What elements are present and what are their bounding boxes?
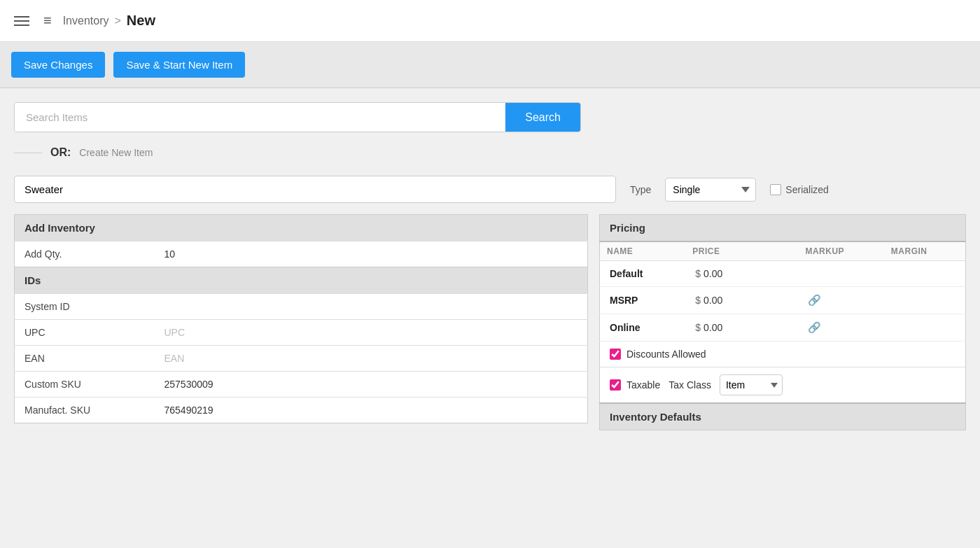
custom-sku-label: Custom SKU xyxy=(15,372,155,398)
create-new-label: Create New Item xyxy=(79,147,153,158)
upc-label: UPC xyxy=(15,320,155,346)
discounts-allowed-label: Discounts Allowed xyxy=(610,349,955,360)
discounts-allowed-checkbox[interactable] xyxy=(610,349,621,360)
col-markup: MARKUP xyxy=(798,241,883,261)
taxable-row: Taxable Tax Class Item None Custom xyxy=(600,367,966,404)
pricing-header: Pricing xyxy=(600,215,966,242)
ean-row: EAN EAN xyxy=(15,346,588,372)
msrp-link-icon[interactable]: 🔗 xyxy=(808,294,821,306)
toolbar: Save Changes Save & Start New Item xyxy=(0,42,980,88)
right-column: Pricing NAME PRICE MARKUP MARGIN Default… xyxy=(599,214,966,430)
custom-sku-value: 257530009 xyxy=(155,372,588,398)
custom-sku-row: Custom SKU 257530009 xyxy=(15,372,588,398)
ean-label: EAN xyxy=(15,346,155,372)
breadcrumb: Inventory > New xyxy=(63,13,155,29)
taxable-checkbox[interactable] xyxy=(610,379,621,391)
type-select[interactable]: Single Bundle Service xyxy=(665,178,756,202)
save-changes-button[interactable]: Save Changes xyxy=(11,52,105,78)
add-inventory-table: Add Inventory Add Qty. 10 xyxy=(14,214,588,267)
hamburger-menu[interactable] xyxy=(11,13,32,29)
main-content: Search OR: Create New Item Type Single B… xyxy=(0,88,980,444)
discounts-allowed-row: Discounts Allowed xyxy=(600,342,966,367)
serialized-checkbox[interactable] xyxy=(770,184,781,195)
search-bar: Search xyxy=(14,102,581,132)
save-new-item-button[interactable]: Save & Start New Item xyxy=(113,52,245,78)
item-name-input[interactable] xyxy=(14,176,616,203)
price-name-msrp: MSRP xyxy=(610,295,638,306)
pricing-col-labels: NAME PRICE MARKUP MARGIN xyxy=(600,241,966,261)
serialized-label: Serialized xyxy=(770,184,828,195)
system-id-label: System ID xyxy=(15,294,155,320)
pricing-row-online: Online $ 0.00 🔗 xyxy=(600,314,966,342)
pricing-row-msrp: MSRP $ 0.00 🔗 xyxy=(600,287,966,314)
breadcrumb-separator: > xyxy=(114,15,120,27)
add-qty-label: Add Qty. xyxy=(15,241,155,267)
system-id-value xyxy=(155,294,588,320)
tax-class-select[interactable]: Item None Custom xyxy=(720,374,783,395)
manufact-sku-label: Manufact. SKU xyxy=(15,398,155,423)
or-prefix: OR: xyxy=(50,146,71,159)
breadcrumb-current: New xyxy=(127,13,155,29)
search-button[interactable]: Search xyxy=(505,103,580,132)
breadcrumb-inventory: Inventory xyxy=(63,15,109,27)
inventory-defaults-header: Inventory Defaults xyxy=(600,403,966,430)
col-name: NAME xyxy=(600,241,686,261)
system-id-row: System ID xyxy=(15,294,588,320)
app-header: ≡ Inventory > New xyxy=(0,0,980,42)
upc-row: UPC UPC xyxy=(15,320,588,346)
add-inventory-header: Add Inventory xyxy=(15,215,588,241)
search-input[interactable] xyxy=(15,103,505,132)
upc-value: UPC xyxy=(155,320,588,346)
pricing-row-default: Default $ 0.00 xyxy=(600,261,966,287)
inventory-icon: ≡ xyxy=(43,13,52,29)
add-qty-value: 10 xyxy=(155,241,588,267)
ean-value: EAN xyxy=(155,346,588,372)
price-name-online: Online xyxy=(610,322,640,333)
online-link-icon[interactable]: 🔗 xyxy=(808,321,821,333)
or-divider: OR: Create New Item xyxy=(14,146,966,159)
price-name-default: Default xyxy=(610,268,643,279)
two-col-layout: Add Inventory Add Qty. 10 IDs System ID … xyxy=(14,214,966,430)
pricing-table: Pricing NAME PRICE MARKUP MARGIN Default… xyxy=(599,214,966,430)
add-qty-row: Add Qty. 10 xyxy=(15,241,588,267)
type-label: Type xyxy=(630,184,651,195)
tax-class-label: Tax Class xyxy=(668,379,711,391)
col-margin: MARGIN xyxy=(884,241,966,261)
ids-header: IDs xyxy=(15,267,588,294)
ids-table: IDs System ID UPC UPC EAN EAN Custom SKU… xyxy=(14,267,588,423)
manufact-sku-row: Manufact. SKU 765490219 xyxy=(15,398,588,423)
col-price: PRICE xyxy=(685,241,798,261)
left-column: Add Inventory Add Qty. 10 IDs System ID … xyxy=(14,214,588,430)
item-name-row: Type Single Bundle Service Serialized xyxy=(14,176,966,203)
manufact-sku-value: 765490219 xyxy=(155,398,588,423)
taxable-label: Taxable xyxy=(610,379,660,391)
